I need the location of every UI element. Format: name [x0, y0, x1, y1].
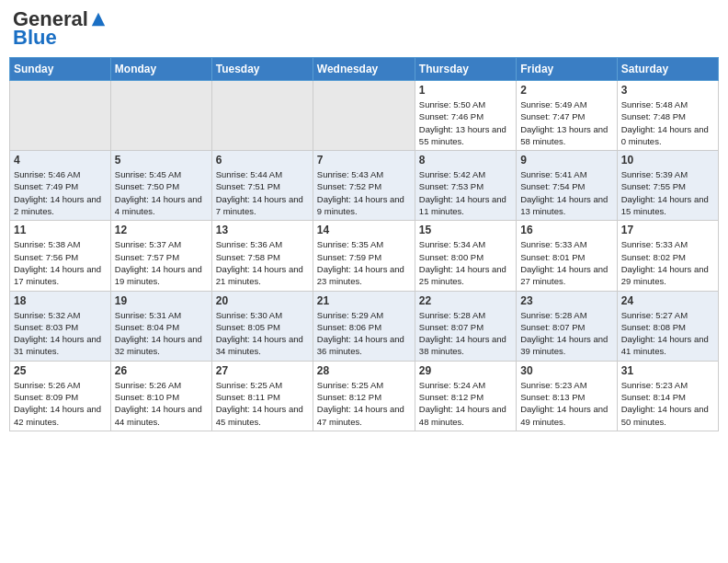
calendar-day-cell: 13Sunrise: 5:36 AMSunset: 7:58 PMDayligh… — [211, 221, 313, 291]
day-sun-info: Sunrise: 5:45 AMSunset: 7:50 PMDaylight:… — [115, 168, 208, 217]
day-number: 14 — [317, 224, 411, 236]
calendar-day-cell: 14Sunrise: 5:35 AMSunset: 7:59 PMDayligh… — [313, 221, 415, 291]
day-number: 23 — [520, 294, 612, 307]
calendar-week-row: 18Sunrise: 5:32 AMSunset: 8:03 PMDayligh… — [10, 291, 719, 361]
day-of-week-header: Friday — [517, 58, 617, 81]
calendar-week-row: 4Sunrise: 5:46 AMSunset: 7:49 PMDaylight… — [10, 151, 719, 221]
day-of-week-header: Saturday — [617, 58, 718, 81]
day-sun-info: Sunrise: 5:28 AMSunset: 8:07 PMDaylight:… — [520, 309, 612, 358]
day-of-week-header: Monday — [110, 58, 211, 81]
logo: General Blue — [13, 9, 107, 50]
day-sun-info: Sunrise: 5:23 AMSunset: 8:14 PMDaylight:… — [621, 379, 714, 428]
day-sun-info: Sunrise: 5:25 AMSunset: 8:12 PMDaylight:… — [317, 379, 411, 428]
day-number: 4 — [14, 154, 107, 167]
day-sun-info: Sunrise: 5:48 AMSunset: 7:48 PMDaylight:… — [621, 98, 714, 147]
day-number: 21 — [317, 294, 411, 307]
day-sun-info: Sunrise: 5:28 AMSunset: 8:07 PMDaylight:… — [419, 309, 512, 358]
day-sun-info: Sunrise: 5:42 AMSunset: 7:53 PMDaylight:… — [419, 168, 512, 217]
calendar-day-cell: 16Sunrise: 5:33 AMSunset: 8:01 PMDayligh… — [517, 221, 617, 291]
calendar-day-cell: 27Sunrise: 5:25 AMSunset: 8:11 PMDayligh… — [211, 361, 313, 431]
day-sun-info: Sunrise: 5:26 AMSunset: 8:10 PMDaylight:… — [115, 379, 208, 428]
day-number: 16 — [520, 224, 612, 236]
calendar-day-cell: 25Sunrise: 5:26 AMSunset: 8:09 PMDayligh… — [10, 361, 111, 431]
calendar-day-cell: 22Sunrise: 5:28 AMSunset: 8:07 PMDayligh… — [415, 291, 516, 361]
calendar-week-row: 11Sunrise: 5:38 AMSunset: 7:56 PMDayligh… — [10, 221, 719, 291]
day-sun-info: Sunrise: 5:46 AMSunset: 7:49 PMDaylight:… — [14, 168, 107, 217]
day-sun-info: Sunrise: 5:29 AMSunset: 8:06 PMDaylight:… — [317, 309, 411, 358]
calendar-day-cell: 4Sunrise: 5:46 AMSunset: 7:49 PMDaylight… — [10, 151, 111, 221]
calendar-day-cell: 3Sunrise: 5:48 AMSunset: 7:48 PMDaylight… — [617, 81, 718, 151]
day-number: 19 — [115, 294, 208, 307]
calendar-week-row: 25Sunrise: 5:26 AMSunset: 8:09 PMDayligh… — [10, 361, 719, 431]
day-sun-info: Sunrise: 5:32 AMSunset: 8:03 PMDaylight:… — [14, 309, 107, 358]
day-number: 30 — [520, 364, 612, 377]
day-sun-info: Sunrise: 5:37 AMSunset: 7:57 PMDaylight:… — [115, 238, 208, 287]
calendar-day-cell: 23Sunrise: 5:28 AMSunset: 8:07 PMDayligh… — [517, 291, 617, 361]
calendar-day-cell: 30Sunrise: 5:23 AMSunset: 8:13 PMDayligh… — [517, 361, 617, 431]
day-of-week-header: Tuesday — [211, 58, 313, 81]
day-sun-info: Sunrise: 5:30 AMSunset: 8:05 PMDaylight:… — [216, 309, 309, 358]
calendar-table: SundayMondayTuesdayWednesdayThursdayFrid… — [9, 57, 719, 431]
day-number: 11 — [14, 224, 107, 236]
day-sun-info: Sunrise: 5:36 AMSunset: 7:58 PMDaylight:… — [216, 238, 309, 287]
logo-icon — [90, 11, 107, 28]
day-sun-info: Sunrise: 5:25 AMSunset: 8:11 PMDaylight:… — [216, 379, 309, 428]
day-number: 2 — [520, 84, 612, 97]
svg-marker-0 — [92, 13, 105, 26]
calendar-day-cell: 9Sunrise: 5:41 AMSunset: 7:54 PMDaylight… — [517, 151, 617, 221]
day-number: 28 — [317, 364, 411, 377]
day-number: 31 — [621, 364, 714, 377]
calendar-day-cell: 28Sunrise: 5:25 AMSunset: 8:12 PMDayligh… — [313, 361, 415, 431]
day-sun-info: Sunrise: 5:39 AMSunset: 7:55 PMDaylight:… — [621, 168, 714, 217]
calendar-day-cell: 10Sunrise: 5:39 AMSunset: 7:55 PMDayligh… — [617, 151, 718, 221]
calendar-day-cell: 1Sunrise: 5:50 AMSunset: 7:46 PMDaylight… — [415, 81, 516, 151]
day-of-week-header: Wednesday — [313, 58, 415, 81]
calendar-day-cell: 29Sunrise: 5:24 AMSunset: 8:12 PMDayligh… — [415, 361, 516, 431]
calendar-day-cell: 20Sunrise: 5:30 AMSunset: 8:05 PMDayligh… — [211, 291, 313, 361]
day-sun-info: Sunrise: 5:27 AMSunset: 8:08 PMDaylight:… — [621, 309, 714, 358]
day-number: 25 — [14, 364, 107, 377]
day-number: 24 — [621, 294, 714, 307]
day-number: 8 — [419, 154, 512, 167]
calendar-day-cell: 31Sunrise: 5:23 AMSunset: 8:14 PMDayligh… — [617, 361, 718, 431]
day-number: 5 — [115, 154, 208, 167]
calendar-day-cell: 19Sunrise: 5:31 AMSunset: 8:04 PMDayligh… — [110, 291, 211, 361]
calendar-day-cell: 15Sunrise: 5:34 AMSunset: 8:00 PMDayligh… — [415, 221, 516, 291]
day-number: 13 — [216, 224, 309, 236]
calendar-day-cell: 12Sunrise: 5:37 AMSunset: 7:57 PMDayligh… — [110, 221, 211, 291]
day-number: 15 — [419, 224, 512, 236]
day-number: 27 — [216, 364, 309, 377]
day-sun-info: Sunrise: 5:38 AMSunset: 7:56 PMDaylight:… — [14, 238, 107, 287]
day-sun-info: Sunrise: 5:33 AMSunset: 8:01 PMDaylight:… — [520, 238, 612, 287]
day-number: 29 — [419, 364, 512, 377]
day-sun-info: Sunrise: 5:50 AMSunset: 7:46 PMDaylight:… — [419, 98, 512, 147]
day-number: 22 — [419, 294, 512, 307]
day-number: 7 — [317, 154, 411, 167]
day-number: 3 — [621, 84, 714, 97]
logo-blue-text: Blue — [13, 26, 57, 50]
calendar-day-cell: 21Sunrise: 5:29 AMSunset: 8:06 PMDayligh… — [313, 291, 415, 361]
day-of-week-header: Thursday — [415, 58, 516, 81]
calendar-day-cell: 8Sunrise: 5:42 AMSunset: 7:53 PMDaylight… — [415, 151, 516, 221]
calendar-day-cell — [110, 81, 211, 151]
day-sun-info: Sunrise: 5:34 AMSunset: 8:00 PMDaylight:… — [419, 238, 512, 287]
day-of-week-header: Sunday — [10, 58, 111, 81]
day-sun-info: Sunrise: 5:35 AMSunset: 7:59 PMDaylight:… — [317, 238, 411, 287]
day-sun-info: Sunrise: 5:31 AMSunset: 8:04 PMDaylight:… — [115, 309, 208, 358]
calendar-day-cell: 7Sunrise: 5:43 AMSunset: 7:52 PMDaylight… — [313, 151, 415, 221]
calendar-week-row: 1Sunrise: 5:50 AMSunset: 7:46 PMDaylight… — [10, 81, 719, 151]
calendar-day-cell — [10, 81, 111, 151]
day-sun-info: Sunrise: 5:41 AMSunset: 7:54 PMDaylight:… — [520, 168, 612, 217]
day-sun-info: Sunrise: 5:26 AMSunset: 8:09 PMDaylight:… — [14, 379, 107, 428]
day-number: 9 — [520, 154, 612, 167]
day-sun-info: Sunrise: 5:44 AMSunset: 7:51 PMDaylight:… — [216, 168, 309, 217]
calendar-header-row: SundayMondayTuesdayWednesdayThursdayFrid… — [10, 58, 719, 81]
calendar-day-cell: 18Sunrise: 5:32 AMSunset: 8:03 PMDayligh… — [10, 291, 111, 361]
day-number: 1 — [419, 84, 512, 97]
calendar-day-cell: 5Sunrise: 5:45 AMSunset: 7:50 PMDaylight… — [110, 151, 211, 221]
day-sun-info: Sunrise: 5:24 AMSunset: 8:12 PMDaylight:… — [419, 379, 512, 428]
day-number: 17 — [621, 224, 714, 236]
day-sun-info: Sunrise: 5:49 AMSunset: 7:47 PMDaylight:… — [520, 98, 612, 147]
day-number: 26 — [115, 364, 208, 377]
page-header: General Blue — [9, 9, 719, 50]
